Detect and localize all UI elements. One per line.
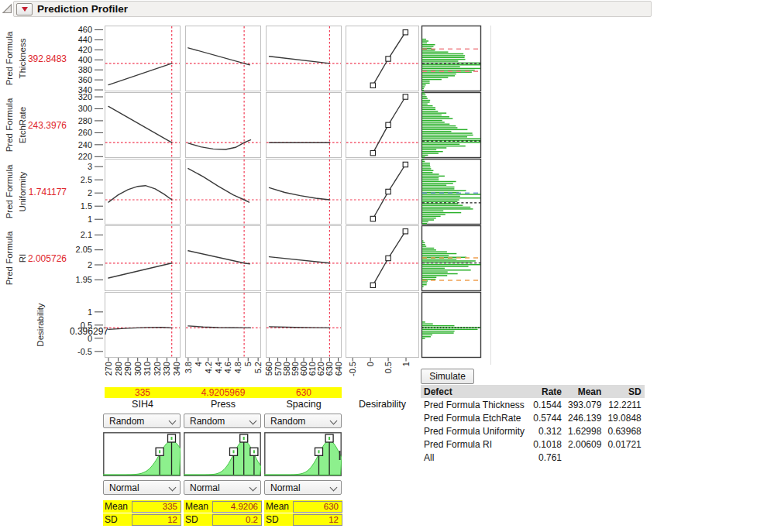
profiler-cell[interactable] bbox=[186, 93, 261, 158]
histogram-bar bbox=[422, 336, 431, 337]
profiler-cell[interactable] bbox=[105, 160, 181, 225]
histogram-bar bbox=[422, 66, 460, 67]
histogram-bar bbox=[422, 68, 480, 69]
mean-input-press[interactable]: 4.9206 bbox=[212, 501, 262, 513]
x-tick-label: 5 bbox=[243, 362, 253, 366]
histogram-bar bbox=[422, 273, 458, 274]
sd-input-sih4[interactable]: 12 bbox=[132, 514, 181, 526]
chevron-down-icon bbox=[169, 417, 177, 425]
defect-table: DefectRateMeanSD Pred Formula Thickness0… bbox=[421, 385, 645, 464]
factor-name: Spacing bbox=[286, 399, 321, 410]
histogram-bar bbox=[422, 249, 436, 250]
desirability-handle[interactable] bbox=[386, 57, 390, 61]
desirability-handle[interactable] bbox=[403, 30, 408, 35]
sampling-select-spacing-value: Random bbox=[270, 416, 305, 427]
profiler-cell bbox=[346, 293, 419, 358]
defect-value-cell bbox=[604, 451, 644, 464]
simulation-histogram-cell bbox=[422, 26, 481, 91]
histogram-bar bbox=[422, 71, 472, 72]
sd-input-spacing[interactable]: 12 bbox=[293, 514, 342, 526]
profiler-cell[interactable] bbox=[105, 26, 181, 91]
histogram-bar bbox=[422, 275, 447, 276]
histogram-bar bbox=[422, 98, 428, 98]
profiler-cell bbox=[346, 160, 419, 225]
sd-input-press[interactable]: 0.2 bbox=[212, 514, 262, 526]
desirability-handle[interactable] bbox=[386, 256, 390, 260]
desirability-handle[interactable] bbox=[403, 162, 408, 166]
distribution-handle-mark bbox=[253, 450, 255, 453]
y-tick-label: 1.95 bbox=[76, 275, 92, 284]
desirability-handle[interactable] bbox=[370, 283, 375, 287]
profiler-cell[interactable] bbox=[186, 293, 261, 358]
defect-col-header: SD bbox=[604, 385, 644, 398]
desirability-handle[interactable] bbox=[386, 122, 390, 127]
distribution-widget-sih4[interactable] bbox=[103, 432, 181, 476]
histogram-bar bbox=[422, 159, 424, 160]
outline-disclosure-icon[interactable] bbox=[1, 2, 13, 15]
x-tick-label: 4.2 bbox=[204, 362, 213, 373]
distribution-widget-spacing[interactable] bbox=[264, 432, 342, 476]
histogram-bar bbox=[422, 88, 424, 89]
distribution-select-spacing[interactable]: Normal bbox=[264, 480, 342, 495]
profiler-cell[interactable] bbox=[186, 160, 261, 225]
mean-input-spacing[interactable]: 630 bbox=[293, 501, 342, 513]
mean-label: Mean bbox=[264, 501, 293, 512]
histogram-bar bbox=[422, 284, 427, 285]
histogram-bar bbox=[422, 155, 428, 156]
histogram-bar bbox=[422, 259, 456, 259]
factor-name: Desirability bbox=[359, 399, 407, 410]
defect-value-cell: 393.079 bbox=[565, 398, 604, 411]
prediction-profiler-window: 460440420400380360340Pred FormulaThickne… bbox=[0, 0, 774, 532]
desirability-handle[interactable] bbox=[370, 150, 375, 155]
factor-name: SIH4 bbox=[132, 399, 153, 410]
defect-value-cell: 0.312 bbox=[529, 424, 565, 438]
histogram-bar bbox=[422, 207, 470, 208]
defect-col-header: Defect bbox=[421, 385, 529, 398]
histogram-bar bbox=[422, 277, 436, 278]
mean-input-sih4[interactable]: 335 bbox=[132, 501, 181, 513]
profiler-cell[interactable] bbox=[105, 93, 181, 158]
histogram-bar bbox=[422, 260, 476, 261]
histogram-bar bbox=[422, 164, 430, 165]
distribution-handle-mark bbox=[159, 450, 160, 453]
red-triangle-menu-button[interactable] bbox=[16, 3, 33, 15]
profiler-cell[interactable] bbox=[186, 26, 261, 91]
histogram-bar bbox=[422, 325, 454, 326]
simulate-button[interactable]: Simulate bbox=[421, 369, 474, 384]
distribution-handle-mark bbox=[243, 437, 245, 440]
histogram-bar bbox=[422, 74, 456, 74]
sampling-select-press[interactable]: Random bbox=[184, 414, 261, 428]
profiler-cell[interactable] bbox=[105, 293, 181, 358]
distribution-select-sih4[interactable]: Normal bbox=[103, 480, 181, 495]
histogram-bar bbox=[422, 187, 454, 187]
y-tick-label: 400 bbox=[78, 55, 92, 64]
distribution-widget-press[interactable] bbox=[184, 432, 261, 476]
distribution-handle-mark bbox=[233, 450, 235, 453]
chevron-down-icon bbox=[249, 484, 257, 492]
defect-value-cell: 12.2211 bbox=[604, 398, 644, 411]
chevron-down-icon bbox=[169, 484, 177, 492]
response-current-value: 243.3976 bbox=[28, 120, 67, 131]
desirability-handle[interactable] bbox=[403, 94, 408, 99]
response-label: Thickness bbox=[18, 38, 27, 78]
histogram-bar bbox=[422, 240, 423, 241]
sampling-select-spacing[interactable]: Random bbox=[264, 414, 342, 428]
desirability-handle[interactable] bbox=[370, 216, 375, 221]
desirability-handle[interactable] bbox=[370, 83, 375, 88]
profiler-cell bbox=[346, 26, 419, 91]
histogram-bar bbox=[422, 338, 425, 338]
profiler-cell[interactable] bbox=[105, 226, 181, 291]
histogram-bar bbox=[422, 332, 454, 333]
histogram-bar bbox=[422, 104, 428, 105]
histogram-bar bbox=[422, 184, 446, 185]
histogram-bar bbox=[422, 268, 445, 269]
histogram-bar bbox=[422, 329, 478, 330]
distribution-select-press[interactable]: Normal bbox=[184, 480, 261, 495]
histogram-bar bbox=[422, 122, 445, 122]
desirability-handle[interactable] bbox=[403, 229, 408, 234]
desirability-handle[interactable] bbox=[386, 189, 390, 194]
mean-row-spacing: Mean 630 bbox=[264, 500, 342, 513]
histogram-bar bbox=[422, 94, 425, 95]
distribution-handle-mark bbox=[171, 437, 173, 440]
sampling-select-sih4[interactable]: Random bbox=[103, 414, 181, 428]
